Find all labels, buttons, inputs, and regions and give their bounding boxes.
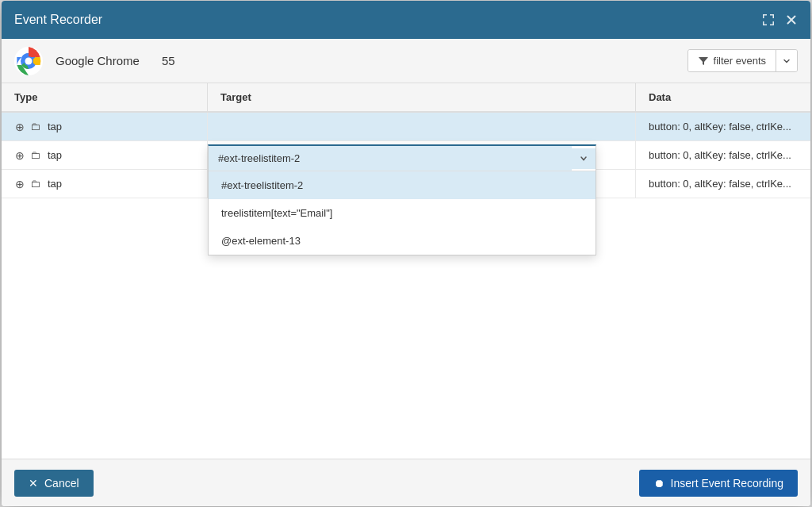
plus-icon: ⊕ xyxy=(14,179,25,190)
dropdown-option[interactable]: treelistitem[text="Email"] xyxy=(209,199,596,227)
data-cell: button: 0, altKey: false, ctrlKe... xyxy=(636,170,810,198)
col-header-target: Target xyxy=(208,83,636,111)
type-cell: ⊕ 🗀 tap xyxy=(2,170,208,198)
type-label: tap xyxy=(48,121,62,133)
filter-dropdown-button[interactable] xyxy=(776,50,797,71)
expand-icon[interactable] xyxy=(761,13,776,27)
target-cell xyxy=(208,113,636,140)
insert-label: Insert Event Recording xyxy=(671,477,783,490)
cancel-button[interactable]: ✕ Cancel xyxy=(14,470,94,497)
event-recorder-modal: Event Recorder Google Chrome xyxy=(2,1,810,506)
type-cell: ⊕ 🗀 tap xyxy=(2,113,208,140)
col-header-data: Data xyxy=(636,83,810,111)
app-name-label: Google Chrome xyxy=(56,54,140,67)
table-header: Type Target Data xyxy=(2,83,810,113)
record-icon: ⏺ xyxy=(653,477,665,490)
row-icons: ⊕ 🗀 xyxy=(14,150,41,161)
header-actions xyxy=(761,13,798,27)
events-table: Type Target Data ⊕ 🗀 tap button: 0, altK… xyxy=(2,83,810,459)
modal-title: Event Recorder xyxy=(14,13,102,27)
type-label: tap xyxy=(48,178,62,190)
dropdown-list: #ext-treelistitem-2 treelistitem[text="E… xyxy=(209,171,596,255)
table-body: ⊕ 🗀 tap button: 0, altKey: false, ctrlKe… xyxy=(2,113,810,198)
dropdown-arrow-button[interactable] xyxy=(572,148,596,169)
filter-label: filter events xyxy=(714,55,766,67)
folder-icon: 🗀 xyxy=(29,150,41,161)
dropdown-option[interactable]: @ext-element-13 xyxy=(209,227,596,255)
filter-events-button[interactable]: filter events xyxy=(688,50,776,71)
dropdown-option[interactable]: #ext-treelistitem-2 xyxy=(209,171,596,199)
chevron-down-icon xyxy=(783,57,791,65)
dropdown-trigger-row xyxy=(209,146,596,171)
svg-point-3 xyxy=(25,57,33,64)
cancel-icon: ✕ xyxy=(29,477,38,490)
plus-icon: ⊕ xyxy=(14,150,25,161)
row-icons: ⊕ 🗀 xyxy=(14,179,41,190)
table-row[interactable]: ⊕ 🗀 tap button: 0, altKey: false, ctrlKe… xyxy=(2,113,810,141)
plus-icon: ⊕ xyxy=(14,121,25,133)
chrome-logo-icon xyxy=(14,47,43,75)
data-cell: button: 0, altKey: false, ctrlKe... xyxy=(636,113,810,140)
filter-button-group: filter events xyxy=(688,49,798,72)
filter-icon xyxy=(698,56,709,67)
target-dropdown: #ext-treelistitem-2 treelistitem[text="E… xyxy=(208,144,596,255)
event-count-label: 55 xyxy=(162,54,175,67)
data-cell: button: 0, altKey: false, ctrlKe... xyxy=(636,141,810,169)
folder-icon: 🗀 xyxy=(29,179,41,190)
row-icons: ⊕ 🗀 xyxy=(14,121,41,133)
insert-recording-button[interactable]: ⏺ Insert Event Recording xyxy=(639,470,798,497)
target-dropdown-input[interactable] xyxy=(209,146,572,171)
cancel-label: Cancel xyxy=(44,477,79,490)
col-header-type: Type xyxy=(2,83,208,111)
type-label: tap xyxy=(48,149,62,161)
modal-header: Event Recorder xyxy=(2,1,810,39)
folder-icon: 🗀 xyxy=(29,121,41,133)
close-icon[interactable] xyxy=(785,13,798,26)
type-cell: ⊕ 🗀 tap xyxy=(2,141,208,169)
toolbar: Google Chrome 55 filter events xyxy=(2,39,810,83)
chevron-down-icon xyxy=(580,155,588,163)
modal-footer: ✕ Cancel ⏺ Insert Event Recording xyxy=(2,459,810,506)
